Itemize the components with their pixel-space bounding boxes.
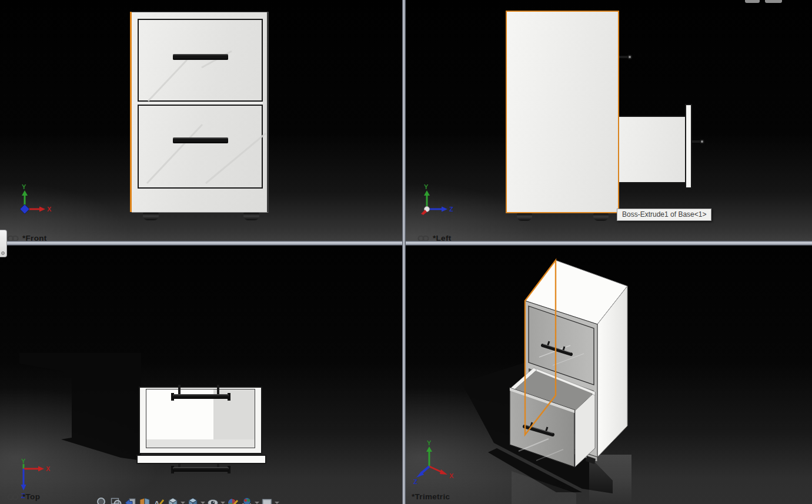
open-drawer-front-top[interactable]	[136, 455, 266, 464]
reflection-streaks	[131, 12, 269, 213]
hide-show-items-dropdown[interactable]	[220, 496, 226, 504]
viewport-name: *Top	[22, 492, 40, 501]
z-axis-label: Z	[413, 478, 417, 485]
streak-line	[147, 125, 202, 183]
cabinet-side-panel-selected[interactable]	[506, 11, 619, 213]
view-settings-dropdown[interactable]	[274, 496, 280, 504]
top-handle-knob[interactable]	[627, 55, 632, 59]
x-axis-arrow	[39, 207, 45, 212]
section-view-icon[interactable]	[138, 496, 152, 504]
viewport-label-row: *Top	[7, 492, 40, 501]
y-axis-label: Y	[424, 183, 429, 190]
orientation-triad: Y X	[14, 183, 53, 216]
drawer-handle-bottom[interactable]	[173, 137, 228, 143]
y-axis-label: Y	[427, 439, 432, 446]
z-axis-arrow	[21, 485, 26, 490]
cabinet-foot[interactable]	[143, 213, 159, 220]
trimetric-scene	[406, 246, 812, 504]
linked-views-icon	[7, 493, 19, 501]
streak-line	[148, 60, 187, 101]
y-axis-label: Y	[22, 183, 26, 190]
z-axis-label: Z	[449, 206, 453, 213]
orientation-triad: Y Z	[416, 183, 455, 216]
viewport-splitter-horizontal[interactable]	[0, 241, 812, 246]
apply-scene-dropdown[interactable]	[254, 496, 260, 504]
viewport-label-row: *Trimetric	[412, 492, 450, 501]
z-axis-arrow	[442, 207, 447, 212]
viewport-left[interactable]: Y Z *Left Boss-Extrude1 of Base<1>	[406, 0, 812, 241]
orientation-triad: Y X Z	[413, 439, 460, 486]
apply-scene-icon[interactable]	[240, 496, 254, 504]
y-axis-arrow	[22, 190, 28, 196]
x-axis-arrow	[440, 469, 447, 475]
drawer-handle-top-view[interactable]	[173, 394, 229, 399]
cast-shadow-layer	[0, 246, 402, 504]
drawer-handle-knob[interactable]	[700, 139, 704, 144]
viewport-top[interactable]: A	[0, 246, 402, 504]
view-orientation-icon[interactable]	[166, 496, 180, 504]
view-settings-icon[interactable]	[260, 496, 274, 504]
open-drawer-front-edge[interactable]	[685, 104, 692, 189]
display-style-dropdown[interactable]	[200, 496, 206, 504]
graphics-area: Y X *Front Y	[0, 0, 812, 504]
x-axis-label: X	[46, 465, 51, 472]
cabinet-shadow	[19, 353, 141, 461]
zoom-to-fit-icon[interactable]	[95, 496, 109, 504]
viewport-splitter-vertical[interactable]	[402, 0, 406, 504]
window-control-fragment	[745, 0, 760, 3]
viewport-trimetric[interactable]: Y X Z *Trimetric	[406, 246, 812, 504]
feature-tooltip: Boss-Extrude1 of Base<1>	[617, 209, 711, 221]
x-axis-label: X	[47, 206, 52, 213]
y-axis-arrow	[424, 190, 430, 196]
previous-view-icon[interactable]	[123, 496, 138, 504]
x-axis	[429, 466, 442, 472]
zoom-to-area-icon[interactable]	[109, 496, 123, 504]
collapsed-panel-tab[interactable]	[0, 230, 7, 257]
drawer-interior-shading	[146, 439, 255, 448]
viewport-front[interactable]: Y X *Front	[0, 0, 402, 241]
drawer-handle-top-view[interactable]	[173, 467, 229, 472]
view-orientation-dropdown[interactable]	[180, 496, 186, 504]
x-axis-label: X	[449, 472, 454, 479]
viewport-name: *Trimetric	[412, 492, 450, 501]
panel-tab-grip	[1, 251, 5, 255]
svg-text:A: A	[154, 499, 160, 504]
floor-reflection	[589, 455, 631, 504]
x-axis-arrow	[38, 466, 44, 472]
cabinet-foot[interactable]	[517, 213, 532, 221]
display-style-icon[interactable]	[186, 496, 200, 504]
dynamic-annotation-views-icon[interactable]: A	[152, 496, 166, 504]
y-axis-arrow	[426, 446, 432, 452]
hide-show-items-icon[interactable]	[206, 496, 220, 504]
edit-appearance-icon[interactable]	[226, 496, 240, 504]
y-axis-label: Y	[21, 458, 26, 465]
cabinet-foot[interactable]	[593, 213, 609, 221]
origin-marker	[20, 204, 29, 214]
heads-up-toolbar: A	[95, 495, 280, 504]
drawer-handle-top[interactable]	[173, 54, 228, 60]
window-control-fragment	[765, 0, 782, 3]
open-drawer-box-side[interactable]	[619, 116, 685, 183]
cabinet-foot[interactable]	[243, 213, 259, 220]
